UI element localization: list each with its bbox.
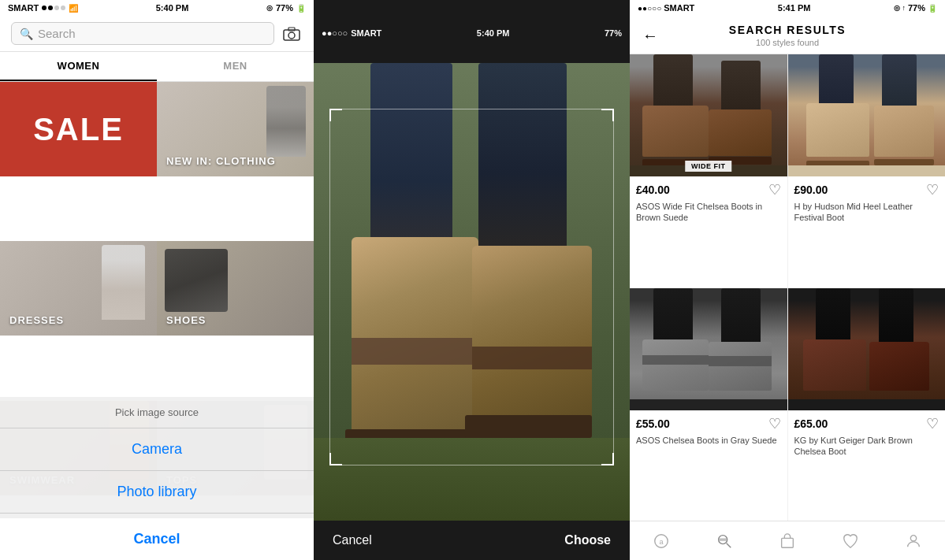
location-icon-1: ◎ xyxy=(266,4,273,12)
camera-icon xyxy=(283,27,300,41)
result-item-2[interactable]: £55.00 ♡ ASOS Chelsea Boots in Gray Sued… xyxy=(630,288,787,521)
action-sheet-title: Pick image source xyxy=(0,397,314,428)
shoes-label: SHOES xyxy=(166,314,206,326)
bag-icon xyxy=(779,532,796,550)
results-status-left: ●●○○○ SMART xyxy=(638,3,694,13)
nav-bag[interactable] xyxy=(756,521,819,560)
results-time: 5:41 PM xyxy=(778,3,811,13)
result-price-2: £55.00 xyxy=(636,417,670,430)
new-in-label: NEW IN: CLOTHING xyxy=(166,155,276,167)
result-image-0: WIDE FIT xyxy=(630,54,787,176)
results-battery: 77% xyxy=(908,3,925,13)
boot-thumb-tan xyxy=(788,54,946,176)
picker-carrier: ●●○○○ SMART xyxy=(322,28,381,38)
result-price-row-2: £55.00 ♡ xyxy=(636,415,781,432)
results-title-wrap: SEARCH RESULTS 100 styles found xyxy=(658,24,917,47)
heart-nav-icon xyxy=(842,532,859,550)
result-price-1: £90.00 xyxy=(794,184,828,196)
svg-point-1 xyxy=(288,32,295,39)
boot-thumb-brown xyxy=(630,54,787,176)
result-name-3: KG by Kurt Geiger Dark Brown Chelsea Boo… xyxy=(794,435,939,458)
picker-dots: ●●○○○ xyxy=(322,28,348,38)
crop-corner-tr xyxy=(601,109,614,121)
search-icon: 🔍 xyxy=(20,28,33,40)
camera-button[interactable] xyxy=(281,23,303,45)
photo-library-button[interactable]: Photo library xyxy=(0,471,314,514)
grid-item-sale[interactable]: SALE xyxy=(0,82,157,176)
grid-item-shoes[interactable]: SHOES xyxy=(157,241,314,336)
dot4 xyxy=(61,6,65,10)
picker-time: 5:40 PM xyxy=(477,28,510,38)
status-right-1: ◎ 77% 🔋 xyxy=(266,3,306,13)
svg-rect-2 xyxy=(288,28,295,31)
picker-choose-button[interactable]: Choose xyxy=(564,533,611,547)
tabs: WOMEN MEN xyxy=(0,52,314,82)
status-bar-3: ●●○○○ SMART 5:41 PM ◎ ↑ 77% 🔋 xyxy=(630,0,945,16)
result-price-row-0: £40.00 ♡ xyxy=(636,181,781,198)
battery-icon-1: 🔋 xyxy=(296,4,306,13)
sale-label: SALE xyxy=(33,112,124,147)
signal-dots-1 xyxy=(42,6,65,10)
result-heart-2[interactable]: ♡ xyxy=(768,415,781,432)
results-subtitle: 100 styles found xyxy=(658,38,917,47)
result-image-3 xyxy=(788,288,946,410)
result-price-0: £40.00 xyxy=(636,184,670,196)
result-info-1: £90.00 ♡ H by Hudson Mid Heel Leather Fe… xyxy=(788,176,946,287)
result-item-0[interactable]: WIDE FIT £40.00 ♡ ASOS Wide Fit Chelsea … xyxy=(630,54,787,287)
result-price-row-3: £65.00 ♡ xyxy=(794,415,939,432)
bottom-nav: a xyxy=(630,521,945,560)
result-heart-0[interactable]: ♡ xyxy=(768,181,781,198)
search-input-wrap[interactable]: 🔍 Search xyxy=(11,22,274,45)
results-header: ← SEARCH RESULTS 100 styles found xyxy=(630,16,945,54)
picker-image-area xyxy=(314,63,630,521)
result-image-2 xyxy=(630,288,787,410)
dot2 xyxy=(48,6,53,10)
result-item-3[interactable]: £65.00 ♡ KG by Kurt Geiger Dark Brown Ch… xyxy=(788,288,946,521)
result-info-3: £65.00 ♡ KG by Kurt Geiger Dark Brown Ch… xyxy=(788,410,946,521)
result-heart-3[interactable]: ♡ xyxy=(926,415,939,432)
results-battery-icon: 🔋 xyxy=(928,4,937,13)
crop-corner-bl xyxy=(329,453,342,465)
results-status-right: ◎ ↑ 77% 🔋 xyxy=(894,3,937,13)
nav-saved[interactable] xyxy=(819,521,882,560)
svg-point-5 xyxy=(719,535,727,543)
result-name-1: H by Hudson Mid Heel Leather Festival Bo… xyxy=(794,201,939,224)
nav-profile[interactable] xyxy=(882,521,945,560)
results-title: SEARCH RESULTS xyxy=(658,24,917,36)
camera-option-button[interactable]: Camera xyxy=(0,428,314,471)
boot-thumb-dark xyxy=(788,288,946,410)
status-bar-1: SMART 📶 5:40 PM ◎ 77% 🔋 xyxy=(0,0,314,16)
time-label-1: 5:40 PM xyxy=(156,3,189,13)
svg-point-10 xyxy=(910,535,916,540)
search-nav-icon xyxy=(716,532,733,550)
svg-text:a: a xyxy=(659,537,664,545)
result-info-2: £55.00 ♡ ASOS Chelsea Boots in Gray Sued… xyxy=(630,410,787,521)
result-heart-1[interactable]: ♡ xyxy=(926,181,939,198)
nav-home[interactable]: a xyxy=(630,521,693,560)
results-carrier: SMART xyxy=(664,3,694,13)
tab-men[interactable]: MEN xyxy=(157,52,314,81)
dresses-label: DRESSES xyxy=(9,314,64,326)
result-price-row-1: £90.00 ♡ xyxy=(794,181,939,198)
nav-search[interactable] xyxy=(693,521,756,560)
svg-rect-9 xyxy=(782,538,794,547)
back-button[interactable]: ← xyxy=(642,27,658,45)
tab-women[interactable]: WOMEN xyxy=(0,52,157,81)
action-sheet-cancel-button[interactable]: Cancel xyxy=(0,518,314,560)
crop-overlay xyxy=(329,109,614,465)
grid-item-dresses[interactable]: DRESSES xyxy=(0,241,157,336)
picker-bottom-bar: Cancel Choose xyxy=(314,521,630,560)
boot-thumb-gray xyxy=(630,288,787,410)
action-sheet: Pick image source Camera Photo library C… xyxy=(0,397,314,560)
panel-search: SMART 📶 5:40 PM ◎ 77% 🔋 🔍 Search xyxy=(0,0,314,560)
picker-cancel-button[interactable]: Cancel xyxy=(333,533,372,547)
result-info-0: £40.00 ♡ ASOS Wide Fit Chelsea Boots in … xyxy=(630,176,787,287)
profile-icon xyxy=(905,532,922,550)
results-grid: WIDE FIT £40.00 ♡ ASOS Wide Fit Chelsea … xyxy=(630,54,945,521)
carrier-label-1: SMART xyxy=(8,3,39,13)
wifi-icon-1: 📶 xyxy=(69,4,78,13)
grid-item-new-in[interactable]: NEW IN: CLOTHING xyxy=(157,82,314,176)
results-location-icon: ◎ ↑ xyxy=(894,4,906,12)
result-item-1[interactable]: £90.00 ♡ H by Hudson Mid Heel Leather Fe… xyxy=(788,54,946,287)
svg-line-6 xyxy=(727,543,731,547)
